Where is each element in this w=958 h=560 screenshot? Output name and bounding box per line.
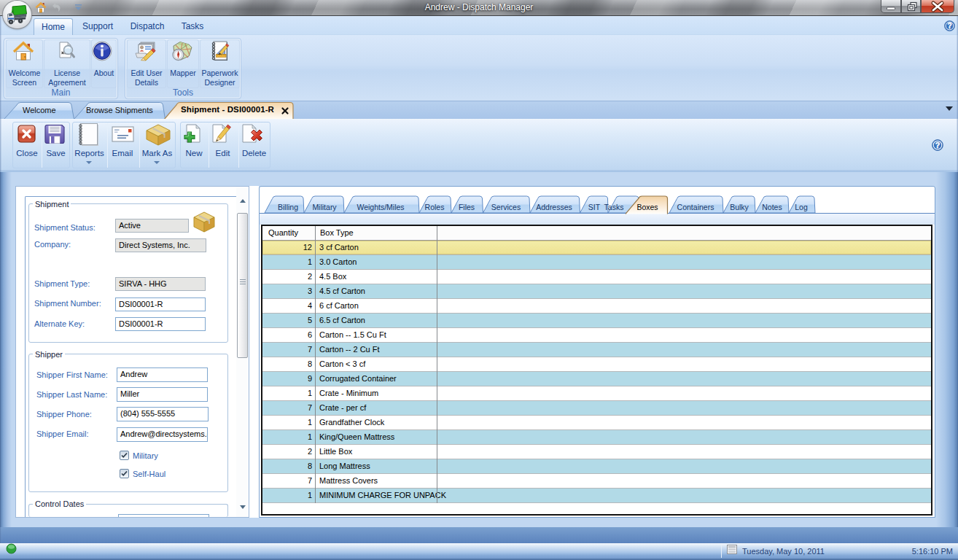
svg-text:?: ? xyxy=(947,22,951,30)
svg-text:?: ? xyxy=(935,141,941,149)
